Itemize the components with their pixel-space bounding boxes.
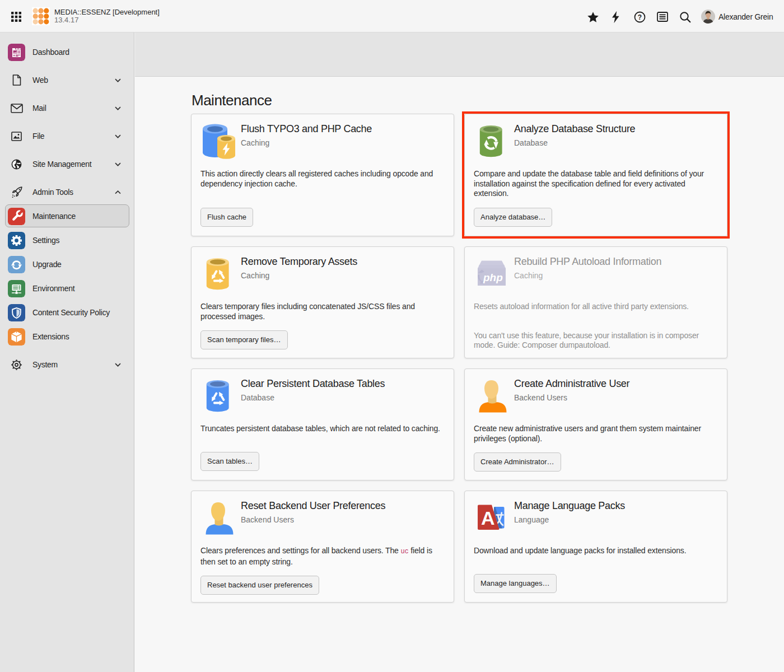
svg-text:A: A	[481, 507, 495, 529]
svg-text:?: ?	[638, 13, 642, 21]
svg-text:php: php	[483, 272, 503, 283]
